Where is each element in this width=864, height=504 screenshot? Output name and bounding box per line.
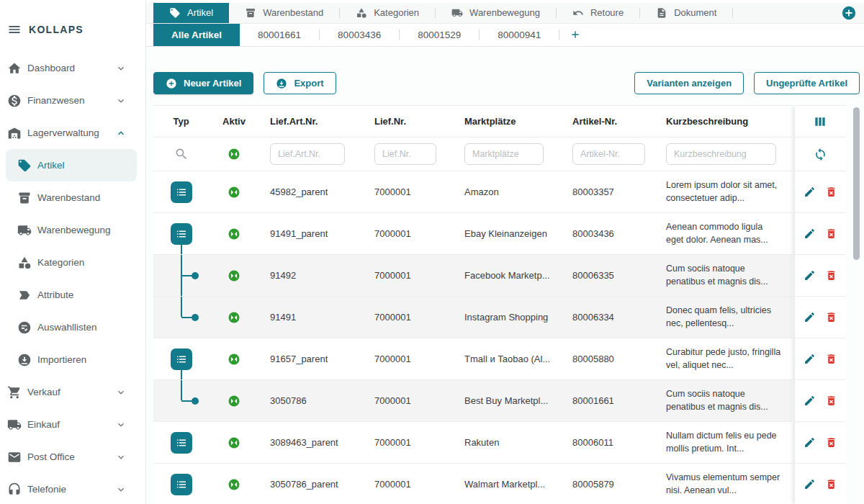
- refresh-icon[interactable]: [814, 148, 827, 161]
- col-header-lief-nr: Lief.Nr.: [364, 116, 454, 127]
- row-type-button[interactable]: [171, 181, 192, 203]
- sidebar-item-artikel[interactable]: Artikel: [6, 149, 137, 181]
- edit-icon[interactable]: [804, 186, 816, 198]
- sidebar-item-lagerverwaltung[interactable]: Lagerverwaltung: [0, 117, 145, 149]
- sidebar-item-auswahllisten[interactable]: Auswahllisten: [6, 311, 137, 343]
- add-article-tab-icon[interactable]: [570, 29, 581, 40]
- table-row: 914917000001Instagram Shopping80006334Do…: [153, 297, 792, 338]
- truck-icon: [451, 7, 463, 19]
- list-icon: [175, 436, 188, 449]
- new-article-button[interactable]: Neuer Artikel: [153, 72, 253, 94]
- columns-icon[interactable]: [813, 114, 827, 129]
- sidebar-item-label: Attribute: [37, 289, 73, 300]
- actions-header-cell: [795, 106, 845, 138]
- unchecked-articles-button[interactable]: Ungeprüfte Artikel: [754, 72, 860, 94]
- tab-artikel[interactable]: Artikel: [153, 3, 229, 23]
- delete-icon[interactable]: [825, 353, 837, 365]
- sidebar-item-verkauf[interactable]: Verkauf: [0, 376, 145, 408]
- edit-icon[interactable]: [804, 353, 816, 365]
- tab-retoure[interactable]: Retoure: [557, 3, 639, 23]
- row-type-button[interactable]: [171, 223, 192, 245]
- export-button[interactable]: Export: [264, 72, 336, 94]
- sidebar-item-finanzwesen[interactable]: Finanzwesen: [0, 84, 145, 117]
- aktiv-cell: [209, 213, 259, 254]
- sidebar-item-warenbewegung[interactable]: Warenbewegung: [6, 214, 137, 246]
- active-icon: [228, 269, 240, 282]
- sidebar-item-label: Post Office: [27, 451, 75, 462]
- row-type-button[interactable]: [171, 432, 192, 454]
- sidebar-item-kategorien[interactable]: Kategorien: [6, 246, 137, 279]
- add-module-tab-icon[interactable]: [841, 5, 857, 21]
- edit-icon[interactable]: [804, 311, 816, 323]
- cell-lief-art-nr: 91657_parent: [259, 354, 364, 364]
- cell-marktplatz: Instagram Shopping: [454, 312, 562, 323]
- toolbar-spacer: [346, 72, 625, 94]
- row-actions-cell: [795, 213, 845, 255]
- tab-dokument[interactable]: Dokument: [640, 3, 732, 23]
- filter-artikel-nr-input[interactable]: [572, 143, 645, 165]
- article-tab-bar: Alle Artikel8000166180003436800015298000…: [146, 24, 864, 47]
- sidebar-item-label: Telefonie: [27, 484, 66, 495]
- marktplaetze-filter-cell: [454, 143, 562, 165]
- show-variants-button[interactable]: Varianten anzeigen: [634, 72, 744, 94]
- typ-cell: [153, 255, 209, 296]
- delete-icon[interactable]: [825, 228, 837, 240]
- article-table: Typ Aktiv Lief.Art.Nr. Lief.Nr. Marktplä…: [153, 105, 860, 504]
- sidebar-item-label: Artikel: [37, 160, 65, 171]
- row-actions-cell: [795, 338, 845, 380]
- tab-warenbestand[interactable]: Warenbestand: [229, 3, 339, 23]
- cell-artikel-nr: 80006334: [562, 312, 655, 323]
- article-tab-80001661[interactable]: 80001661: [240, 24, 319, 46]
- delete-icon[interactable]: [825, 436, 837, 449]
- truck-icon: [17, 223, 32, 238]
- label-icon: [17, 288, 32, 302]
- import-icon: [17, 353, 32, 367]
- edit-icon[interactable]: [804, 269, 816, 282]
- row-type-button[interactable]: [171, 348, 192, 370]
- tree-line: [181, 380, 182, 400]
- edit-icon[interactable]: [804, 436, 816, 449]
- tab-warenbewegung[interactable]: Warenbewegung: [436, 3, 556, 23]
- tab-kategorien[interactable]: Kategorien: [340, 3, 435, 23]
- active-icon: [228, 395, 240, 408]
- article-tab-80000941[interactable]: 80000941: [480, 24, 559, 46]
- delete-icon[interactable]: [825, 186, 837, 198]
- mail-icon: [7, 450, 22, 464]
- chevron-down-icon: [115, 419, 127, 431]
- typ-cell: [153, 338, 209, 379]
- tree-node-dot: [192, 314, 199, 321]
- cell-lief-nr: 7000001: [364, 228, 454, 239]
- menu-icon[interactable]: [7, 22, 22, 37]
- sidebar-item-einkauf[interactable]: Einkauf: [0, 408, 145, 441]
- delete-icon[interactable]: [825, 395, 837, 407]
- filter-kurzbeschreibung-input[interactable]: [666, 143, 776, 165]
- delete-icon[interactable]: [825, 478, 837, 490]
- sidebar-item-warenbestand[interactable]: Warenbestand: [6, 181, 137, 214]
- cell-marktplatz: Amazon: [454, 186, 562, 197]
- table-scrollbar[interactable]: [853, 107, 860, 260]
- filter-lief-art-nr-input[interactable]: [270, 143, 345, 165]
- lief-art-nr-filter-cell: [259, 143, 364, 165]
- chevron-down-icon: [115, 95, 127, 107]
- sidebar-item-post-office[interactable]: Post Office: [0, 441, 145, 473]
- active-filter-icon[interactable]: [228, 148, 240, 161]
- delete-icon[interactable]: [825, 311, 837, 323]
- sidebar-item-dashboard[interactable]: Dashboard: [0, 52, 145, 84]
- sidebar-item-telefonie[interactable]: Telefonie: [0, 473, 145, 504]
- filter-marktplaetze-input[interactable]: [464, 143, 544, 165]
- article-tab-80003436[interactable]: 80003436: [320, 24, 399, 46]
- toolbar: Neuer Artikel Export Varianten anzeigen …: [153, 72, 860, 94]
- filter-lief-nr-input[interactable]: [374, 143, 436, 165]
- article-tab-alle-artikel[interactable]: Alle Artikel: [153, 24, 240, 46]
- sidebar-item-attribute[interactable]: Attribute: [6, 279, 137, 311]
- edit-icon[interactable]: [804, 478, 816, 490]
- chevron-down-icon: [115, 387, 127, 398]
- tab-label: Dokument: [674, 7, 716, 18]
- sidebar-item-importieren[interactable]: Importieren: [6, 343, 137, 376]
- edit-icon[interactable]: [804, 228, 816, 240]
- delete-icon[interactable]: [825, 269, 837, 282]
- edit-icon[interactable]: [804, 395, 816, 407]
- article-tab-label: Alle Artikel: [171, 30, 222, 40]
- article-tab-80001529[interactable]: 80001529: [400, 24, 479, 46]
- row-type-button[interactable]: [171, 474, 192, 495]
